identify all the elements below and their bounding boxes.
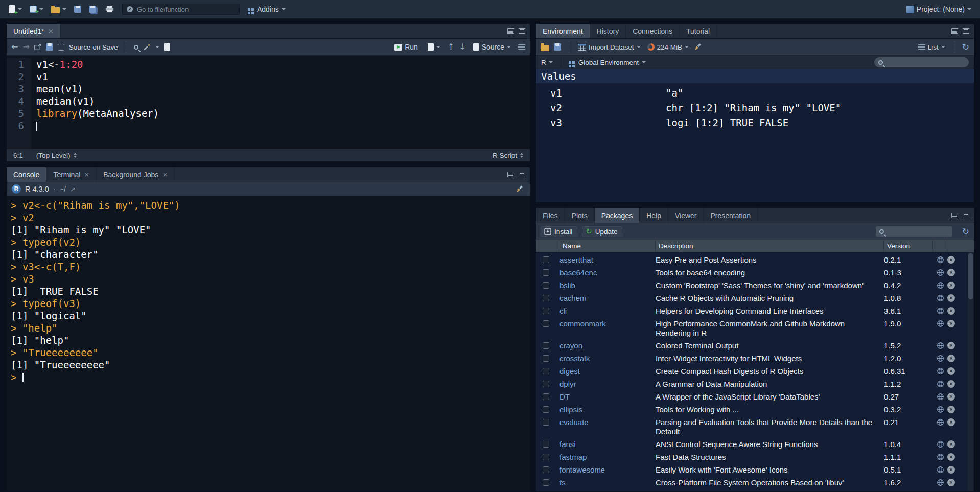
- package-name-link[interactable]: ellipsis: [559, 405, 656, 414]
- tab-files[interactable]: Files: [536, 208, 565, 223]
- package-remove-icon[interactable]: ×: [947, 269, 955, 276]
- rerun-button[interactable]: [425, 42, 443, 52]
- package-checkbox[interactable]: [543, 295, 549, 301]
- package-name-link[interactable]: digest: [559, 367, 656, 376]
- package-remove-icon[interactable]: ×: [947, 307, 955, 315]
- compile-report-icon[interactable]: [164, 43, 170, 51]
- package-website-icon[interactable]: [933, 319, 947, 327]
- code-line[interactable]: v1<-1:20: [36, 58, 159, 71]
- language-selector[interactable]: R: [541, 59, 553, 66]
- source-on-save-checkbox[interactable]: [58, 44, 64, 51]
- package-checkbox[interactable]: [543, 256, 549, 263]
- package-remove-icon[interactable]: ×: [947, 393, 955, 401]
- environment-row[interactable]: v1"a": [536, 86, 974, 101]
- package-website-icon[interactable]: [933, 465, 947, 474]
- header-description[interactable]: Description: [656, 240, 884, 252]
- refresh-packages-icon[interactable]: ↻: [962, 227, 969, 236]
- package-checkbox[interactable]: [543, 320, 549, 327]
- maximize-pane-button[interactable]: [963, 28, 969, 34]
- environment-scope-selector[interactable]: Global Environment: [569, 59, 646, 66]
- package-checkbox[interactable]: [543, 308, 549, 314]
- package-website-icon[interactable]: [933, 405, 947, 413]
- outline-icon[interactable]: [518, 44, 525, 50]
- minimize-pane-button[interactable]: [507, 172, 514, 177]
- print-button[interactable]: [103, 5, 116, 14]
- package-website-icon[interactable]: [933, 341, 947, 349]
- tab-connections[interactable]: Connections: [626, 24, 680, 38]
- tab-console[interactable]: Console: [7, 167, 46, 182]
- save-button[interactable]: [72, 5, 84, 14]
- scrollbar-track[interactable]: [968, 252, 973, 491]
- install-button[interactable]: Install: [541, 226, 577, 237]
- goto-file-input[interactable]: Go to file/function: [122, 4, 240, 15]
- package-remove-icon[interactable]: ×: [947, 367, 955, 375]
- package-checkbox[interactable]: [543, 406, 549, 413]
- maximize-pane-button[interactable]: [519, 172, 525, 177]
- package-remove-icon[interactable]: ×: [947, 320, 955, 327]
- tab-background-jobs[interactable]: Background Jobs×: [97, 167, 175, 182]
- tab-terminal[interactable]: Terminal×: [46, 167, 97, 182]
- package-checkbox[interactable]: [543, 454, 549, 460]
- code-line[interactable]: [36, 120, 159, 132]
- code-line[interactable]: median(v1): [36, 95, 159, 107]
- package-remove-icon[interactable]: ×: [947, 282, 955, 289]
- clear-environment-broom-icon[interactable]: [694, 43, 703, 52]
- environment-row[interactable]: v2chr [1:2] "Riham is my" "LOVE": [536, 101, 974, 115]
- popout-icon[interactable]: [34, 44, 41, 50]
- code-tools-wand-icon[interactable]: [143, 43, 151, 51]
- minimize-pane-button[interactable]: [951, 28, 958, 34]
- values-section-header[interactable]: Values: [536, 69, 974, 83]
- package-name-link[interactable]: cachem: [559, 294, 656, 302]
- package-checkbox[interactable]: [543, 479, 549, 486]
- package-website-icon[interactable]: [933, 354, 947, 362]
- run-button[interactable]: Run: [392, 42, 421, 52]
- environment-row[interactable]: v3logi [1:2] TRUE FALSE: [536, 115, 974, 130]
- package-remove-icon[interactable]: ×: [947, 406, 955, 413]
- package-name-link[interactable]: crosstalk: [559, 354, 656, 363]
- package-website-icon[interactable]: [933, 281, 947, 289]
- new-file-button[interactable]: [6, 4, 25, 14]
- package-remove-icon[interactable]: ×: [947, 440, 955, 448]
- package-website-icon[interactable]: [933, 307, 947, 315]
- minimize-pane-button[interactable]: [951, 213, 958, 218]
- package-name-link[interactable]: fansi: [559, 440, 656, 449]
- tab-presentation[interactable]: Presentation: [704, 208, 758, 223]
- package-remove-icon[interactable]: ×: [947, 466, 955, 474]
- package-remove-icon[interactable]: ×: [947, 418, 955, 426]
- maximize-pane-button[interactable]: [519, 28, 525, 34]
- package-remove-icon[interactable]: ×: [947, 479, 955, 486]
- package-name-link[interactable]: dplyr: [559, 380, 656, 388]
- load-workspace-icon[interactable]: [541, 45, 549, 51]
- run-next-icon[interactable]: ↓: [459, 43, 465, 51]
- new-project-button[interactable]: [27, 5, 46, 14]
- save-all-button[interactable]: [86, 5, 100, 14]
- package-remove-icon[interactable]: ×: [947, 453, 955, 461]
- working-directory[interactable]: ~/: [60, 185, 66, 193]
- package-checkbox[interactable]: [543, 282, 549, 289]
- tab-close-icon[interactable]: ×: [162, 171, 168, 178]
- minimize-pane-button[interactable]: [507, 28, 514, 34]
- package-name-link[interactable]: evaluate: [559, 418, 656, 427]
- refresh-environment-icon[interactable]: ↻: [962, 43, 969, 52]
- environment-search-input[interactable]: [874, 57, 969, 67]
- package-checkbox[interactable]: [543, 269, 549, 276]
- open-file-button[interactable]: [49, 5, 69, 14]
- save-icon[interactable]: [46, 43, 53, 51]
- maximize-pane-button[interactable]: [963, 213, 969, 218]
- tab-close-icon[interactable]: ×: [84, 171, 89, 178]
- package-website-icon[interactable]: [933, 418, 947, 426]
- package-website-icon[interactable]: [933, 392, 947, 401]
- back-icon[interactable]: ←: [11, 43, 18, 51]
- package-name-link[interactable]: cli: [559, 307, 656, 315]
- scrollbar-thumb[interactable]: [968, 253, 973, 299]
- package-name-link[interactable]: fontawesome: [559, 465, 656, 474]
- scope-selector[interactable]: (Top Level): [36, 152, 77, 159]
- filetype-selector[interactable]: R Script: [493, 152, 523, 159]
- project-menu[interactable]: Project: (None): [904, 4, 974, 14]
- tab-close-icon[interactable]: ×: [48, 28, 54, 34]
- code-editor[interactable]: 123456 v1<-1:20v1mean(v1)median(v1)libra…: [7, 56, 530, 149]
- import-dataset-button[interactable]: Import Dataset: [577, 42, 642, 52]
- package-checkbox[interactable]: [543, 466, 549, 473]
- package-name-link[interactable]: DT: [559, 392, 656, 401]
- package-website-icon[interactable]: [933, 440, 947, 448]
